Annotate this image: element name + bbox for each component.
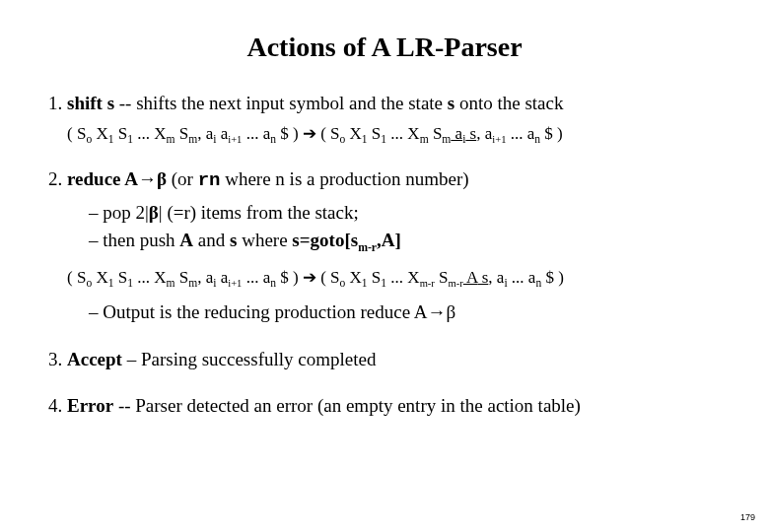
reduce-output-sub: Output is the reducing production reduce…	[67, 299, 739, 325]
error-rest: -- Parser detected an error (an empty en…	[113, 395, 581, 416]
reduce-stack-transition: ( So X1 S1 ... Xm Sm, ai ai+1 ... an $ )…	[67, 266, 739, 290]
accept-lead: Accept	[67, 349, 122, 369]
reduce-sub-pop: pop 2|β| (=r) items from the stack;	[89, 200, 739, 226]
item-accept: Accept – Parsing successfully completed	[67, 347, 739, 372]
error-lead: Error	[67, 395, 113, 416]
item-shift: shift s -- shifts the next input symbol …	[67, 91, 739, 145]
item-reduce: reduce A→β (or rn where n is a productio…	[67, 166, 739, 324]
reduce-lead-A: reduce A	[67, 168, 138, 189]
accept-rest: – Parsing successfully completed	[122, 349, 377, 369]
page-title: Actions of A LR-Parser	[30, 32, 739, 63]
reduce-rn: rn	[198, 169, 221, 191]
shift-tail: onto the stack	[454, 93, 563, 113]
item-error: Error -- Parser detected an error (an em…	[67, 393, 739, 419]
shift-stack-transition: ( So X1 S1 ... Xm Sm, ai ai+1 ... an $ )…	[67, 122, 739, 146]
shift-lead: shift s	[67, 93, 114, 113]
reduce-sublist: pop 2|β| (=r) items from the stack; then…	[67, 200, 739, 252]
right-arrow-icon: ➔	[303, 268, 316, 287]
action-list: shift s -- shifts the next input symbol …	[30, 91, 739, 419]
shift-rest: -- shifts the next input symbol and the …	[114, 93, 448, 113]
right-arrow-icon: ➔	[303, 124, 316, 143]
reduce-output: Output is the reducing production reduce…	[89, 299, 739, 325]
slide-page: Actions of A LR-Parser shift s -- shifts…	[0, 0, 769, 532]
page-number: 179	[740, 512, 755, 522]
reduce-sub-push: then push A and s where s=goto[sm-r,A]	[89, 228, 739, 253]
reduce-beta: β	[157, 168, 167, 189]
reduce-arrow: →	[138, 168, 157, 189]
